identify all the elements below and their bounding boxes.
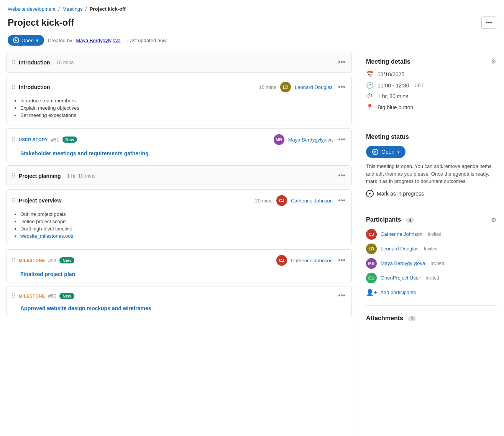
participant-name-ou[interactable]: OpenProject User: [381, 275, 420, 281]
item5-link[interactable]: Approved website design mockups and wire…: [7, 305, 351, 317]
drag-handle-item2[interactable]: ⠿: [11, 136, 16, 143]
item4-more[interactable]: •••: [337, 257, 347, 265]
agenda-item-introduction: ⠿ Introduction 15 mins LD Leonard Dougla…: [6, 76, 352, 125]
item4-assignee[interactable]: Catherine Johnson: [291, 258, 333, 263]
meeting-duration: 1 hr, 30 mins: [378, 93, 408, 99]
item3-more[interactable]: •••: [337, 197, 347, 205]
meeting-details-gear[interactable]: ⚙: [491, 58, 496, 65]
section-intro-title: Introduction: [19, 59, 50, 66]
section-planning-duration: 1 hr, 10 mins: [67, 173, 95, 179]
bullet-2: Explain meeting objectives: [20, 105, 347, 111]
item1-duration: 15 mins: [259, 84, 277, 90]
meeting-details-section: Meeting details ⚙ 📅 03/18/2025 🕐 11:00 -…: [366, 58, 496, 124]
attachments-title: Attachments 1: [366, 315, 496, 322]
drag-handle-intro[interactable]: ⠿: [11, 59, 16, 66]
attachment-link[interactable]: website_milestones.ods: [20, 233, 73, 239]
calendar-icon: 📅: [366, 71, 374, 78]
participants-title: Participants 4 ⚙: [366, 216, 496, 224]
agenda-item-milestone53: ⠿ MILESTONE #53 New CJ Catherine Johnson…: [6, 249, 352, 283]
meeting-status-section: Meeting status ▶ Open ▾ This meeting is …: [366, 133, 496, 207]
status-bar: Open ▾ Created by Maya Berdygylyjova . L…: [0, 33, 504, 52]
item1-assignee[interactable]: Leonard Douglas: [295, 84, 333, 90]
meeting-status-circle-icon: ▶: [372, 149, 378, 155]
item2-more[interactable]: •••: [337, 136, 347, 144]
item2-link[interactable]: Stakeholder meetings and requirements ga…: [7, 150, 351, 162]
participant-avatar-cj: CJ: [366, 229, 377, 240]
item1-bullets: Introduce team members Explain meeting o…: [7, 98, 351, 125]
clock-icon: 🕐: [366, 82, 374, 89]
participant-status-mb: Invited: [430, 261, 444, 266]
item1-more[interactable]: •••: [337, 83, 347, 91]
section-intro-more[interactable]: •••: [337, 58, 347, 66]
breadcrumb-current: Project kick-off: [90, 6, 126, 12]
add-participants-label: Add participants: [380, 290, 416, 295]
location-icon: 📍: [366, 104, 374, 111]
participant-status-cj: Invited: [428, 232, 441, 237]
drag-handle-section2[interactable]: ⠿: [11, 172, 16, 179]
meeting-timezone: CET: [415, 83, 424, 88]
progress-play-icon: [366, 190, 374, 197]
participant-row-ou: OU OpenProject User Invited: [366, 273, 496, 283]
section-planning-header: ⠿ Project planning 1 hr, 10 mins •••: [6, 165, 352, 186]
creator-link[interactable]: Maya Berdygylyjova: [76, 38, 120, 43]
timer-icon: ⏱: [366, 93, 374, 100]
attachments-count-badge: 1: [408, 316, 416, 321]
more-options-button[interactable]: •••: [481, 16, 496, 29]
open-status-button[interactable]: Open ▾: [8, 35, 44, 46]
item5-tag: New: [59, 293, 74, 299]
meeting-status-open-button[interactable]: ▶ Open ▾: [366, 146, 405, 158]
participant-status-ou: Invited: [425, 275, 439, 281]
drag-handle-item1[interactable]: ⠿: [11, 84, 16, 91]
drag-handle-item4[interactable]: ⠿: [11, 257, 16, 264]
open-chevron: ▾: [36, 38, 39, 43]
item3-bullet-link: website_milestones.ods: [20, 233, 347, 239]
participant-name-ld[interactable]: Leonard Douglas: [381, 246, 419, 252]
agenda-item-milestone60: ⠿ MILESTONE #60 New ••• Approved website…: [6, 286, 352, 317]
drag-handle-item3[interactable]: ⠿: [11, 197, 16, 204]
item2-avatar: MB: [274, 134, 284, 145]
item3-bullet-1: Outline project goals: [20, 211, 347, 217]
item3-bullet-3: Draft high-level timeline: [20, 226, 347, 232]
item5-type: MILESTONE: [19, 294, 45, 298]
add-participants-button[interactable]: 👤+ Add participants: [366, 287, 496, 296]
participant-name-cj[interactable]: Catherine Johnson: [381, 231, 422, 237]
section-planning-more[interactable]: •••: [337, 172, 347, 180]
section-intro-duration: 15 mins: [56, 59, 74, 65]
drag-handle-item5[interactable]: ⠿: [11, 292, 16, 299]
item5-id: #60: [48, 293, 56, 299]
mark-as-in-progress-button[interactable]: Mark as in progress: [366, 190, 496, 197]
meeting-date-row: 📅 03/18/2025: [366, 71, 496, 78]
meeting-details-title: Meeting details ⚙: [366, 58, 496, 65]
section-intro-header: ⠿ Introduction 15 mins •••: [6, 52, 352, 73]
details-panel: Meeting details ⚙ 📅 03/18/2025 🕐 11:00 -…: [358, 52, 504, 436]
status-chevron-icon: ▾: [397, 150, 399, 154]
updated-text: . Last updated now.: [125, 38, 168, 43]
breadcrumb: Website development / Meetings / Project…: [0, 0, 504, 15]
breadcrumb-link-2[interactable]: Meetings: [62, 6, 83, 12]
item2-tag: New: [62, 137, 77, 143]
meeting-time: 11:00 - 12:30: [378, 82, 409, 89]
item4-avatar: CJ: [276, 255, 287, 266]
participants-section: Participants 4 ⚙ CJ Catherine Johnson In…: [366, 216, 496, 306]
item4-type: MILESTONE: [19, 258, 45, 263]
page-header: Project kick-off •••: [0, 15, 504, 33]
item2-assignee[interactable]: Maya Berdygylyjova: [288, 137, 333, 143]
breadcrumb-link-1[interactable]: Website development: [8, 6, 56, 12]
item2-id: #51: [51, 137, 59, 143]
participant-name-mb[interactable]: Maya Berdygylyjova: [381, 260, 425, 266]
meeting-duration-row: ⏱ 1 hr, 30 mins: [366, 93, 496, 100]
item5-more[interactable]: •••: [337, 292, 347, 300]
participant-avatar-mb: MB: [366, 258, 377, 269]
bullet-3: Set meeting expectations: [20, 112, 347, 118]
attachments-section: Attachments 1: [366, 315, 496, 336]
open-circle-icon: [13, 37, 19, 43]
participants-count-badge: 4: [406, 217, 414, 223]
item3-assignee[interactable]: Catherine Johnson: [291, 198, 333, 204]
agenda-item-project-overview: ⠿ Project overview 20 mins CJ Catherine …: [6, 189, 352, 246]
item1-title: Introduction: [19, 84, 50, 90]
item3-bullet-2: Define project scope: [20, 219, 347, 224]
meeting-status-description: This meeting is open. You can add/remove…: [366, 163, 496, 185]
participants-gear[interactable]: ⚙: [491, 216, 496, 224]
participant-avatar-ou: OU: [366, 273, 377, 283]
item4-link[interactable]: Finalized project plan: [7, 271, 351, 283]
